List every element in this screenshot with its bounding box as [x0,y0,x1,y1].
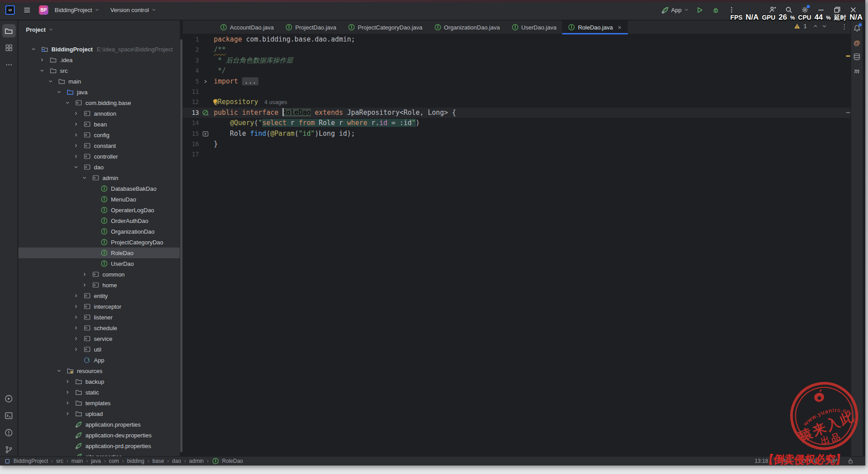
encoding-widget[interactable]: UTF-8 [802,458,817,464]
run-config-selector[interactable]: App [661,6,689,14]
code-line-15[interactable]: 15 Role find(@Param("id")Long id); [183,129,853,139]
tool-project-button[interactable] [2,24,16,38]
tree-item-java[interactable]: java [18,87,180,97]
project-panel-header[interactable]: Project [18,21,180,38]
tree-item-admin[interactable]: admin [18,172,180,183]
tree-item-ProjectCategoryDao[interactable]: IProjectCategoryDao [18,237,180,247]
tree-item-BiddingProject[interactable]: BiddingProjectE:\idea_space\BiddingProje… [18,44,180,55]
breadcrumb-item-dao[interactable]: dao [172,458,181,464]
project-widget[interactable]: BiddingProject [55,7,100,13]
tree-item-common[interactable]: common [18,269,180,280]
tab-UserDao-java[interactable]: IUserDao.java [506,21,563,34]
database-button[interactable] [852,52,862,62]
chevron-right-icon[interactable] [65,400,70,406]
tree-item-annotion[interactable]: annotion [18,108,180,119]
tree-item-DatabaseBakDao[interactable]: IDatabaseBakDao [18,183,180,194]
tree-item-listener[interactable]: listener [18,312,180,323]
tree-item-main[interactable]: main [18,76,180,87]
tree-item-home[interactable]: home [18,280,180,290]
breadcrumb-item-com[interactable]: com [109,458,119,464]
breadcrumb-item-admin[interactable]: admin [189,458,204,464]
tab-AccountDao-java[interactable]: IAccountDao.java [214,21,279,34]
chevron-down-icon[interactable] [56,89,62,95]
chevron-down-icon[interactable] [31,46,36,52]
chevron-right-icon[interactable] [73,347,79,352]
tree-item-App[interactable]: App [18,355,180,365]
scrollbar-warning-mark[interactable] [846,55,850,57]
chevron-down-icon[interactable] [65,100,70,105]
code-line-1[interactable]: 1package com.bidding.base.dao.admin; [183,34,853,45]
query-run-icon[interactable] [199,129,212,139]
tool-terminal-button[interactable] [2,409,16,422]
main-menu-button[interactable] [21,4,33,16]
breadcrumb-item-java[interactable]: java [91,458,101,464]
breadcrumb-item-base[interactable]: base [152,458,164,464]
intention-bulb-icon[interactable] [212,98,218,105]
code-line-4[interactable]: 4 */ [183,66,853,76]
tree-item-src[interactable]: src [18,65,180,76]
inspection-widget[interactable]: 1 [794,23,827,29]
tree-item-bean[interactable]: bean [18,119,180,130]
notifications-button[interactable] [852,23,862,33]
vcs-widget[interactable]: Version control [110,7,157,13]
tree-item-interceptor[interactable]: interceptor [18,301,180,312]
tree-item-controller[interactable]: controller [18,151,180,162]
code-line-14[interactable]: 14 @Query("select r from Role r where r.… [183,118,853,128]
caret-position-widget[interactable]: 13:18 [755,458,768,464]
debug-button[interactable] [710,4,721,16]
chevron-right-icon[interactable] [73,304,79,309]
tab-RoleDao-java[interactable]: IRoleDao.java [562,21,628,34]
chevron-right-icon[interactable] [73,325,79,331]
close-icon[interactable] [617,25,622,30]
tree-item-application.properties[interactable]: application.properties [18,419,180,430]
tree-item-UserDao[interactable]: IUserDao [18,258,180,269]
code-line-12[interactable]: 12@Repository4 usages [183,97,853,107]
code-line-2[interactable]: 2/** [183,45,853,55]
tree-item-site.properties[interactable]: site.properties [18,451,180,456]
breadcrumb-item-bidding[interactable]: bidding [127,458,144,464]
tab-ProjectCategoryDao-java[interactable]: IProjectCategoryDao.java [342,21,428,34]
chevron-right-icon[interactable] [82,282,87,288]
chevron-right-icon[interactable] [65,379,70,384]
chevron-right-icon[interactable] [65,390,70,395]
chevron-down-icon[interactable] [73,164,79,170]
tree-item-schedule[interactable]: schedule [18,323,180,333]
code-line-5[interactable]: 5import ... [183,76,853,87]
tree-item-templates[interactable]: templates [18,398,180,408]
tree-item-resources[interactable]: resources [18,365,180,376]
code-line-3[interactable]: 3 * 后台角色数据库操作层 [183,55,853,66]
indent-widget[interactable]: Tab* [827,458,838,464]
tab-options-button[interactable] [841,23,848,30]
code-area[interactable]: 1package com.bidding.base.dao.admin;2/**… [183,34,853,456]
tab-ProjectDao-java[interactable]: IProjectDao.java [279,21,342,34]
code-line-16[interactable]: 16} [183,139,853,149]
tree-item-service[interactable]: service [18,333,180,344]
chevron-down-icon[interactable] [82,175,87,180]
tree-item-config[interactable]: config [18,130,180,140]
tree-item-OrganizationDao[interactable]: IOrganizationDao [18,226,180,237]
no-bean-icon[interactable] [199,108,212,118]
tab-OrganizationDao-java[interactable]: IOrganizationDao.java [428,21,506,34]
tree-item-RoleDao[interactable]: IRoleDao [18,247,180,258]
tree-item-.idea[interactable]: .idea [18,55,180,65]
ai-assistant-button[interactable]: @ [852,38,862,47]
chevron-down-icon[interactable] [39,68,45,73]
code-line-11[interactable]: 11 [183,87,853,97]
fold-arrow-icon[interactable] [199,76,212,87]
tool-vcs-button[interactable] [2,443,16,456]
code-line-13[interactable]: 13public interface RoleDao extends JpaRe… [183,108,853,118]
tree-item-dao[interactable]: dao [18,162,180,172]
tree-item-upload[interactable]: upload [18,408,180,419]
tree-item-OperaterLogDao[interactable]: IOperaterLogDao [18,205,180,215]
chevron-right-icon[interactable] [73,154,79,159]
chevron-right-icon[interactable] [73,132,79,138]
tree-item-OrderAuthDao[interactable]: IOrderAuthDao [18,215,180,226]
tree-item-static[interactable]: static [18,387,180,398]
chevron-right-icon[interactable] [73,143,79,148]
next-problem-button[interactable] [821,23,827,29]
tree-item-backup[interactable]: backup [18,376,180,387]
chevron-right-icon[interactable] [73,293,79,298]
run-button[interactable] [694,4,705,16]
tool-problems-button[interactable] [2,426,16,439]
chevron-down-icon[interactable] [56,368,62,373]
